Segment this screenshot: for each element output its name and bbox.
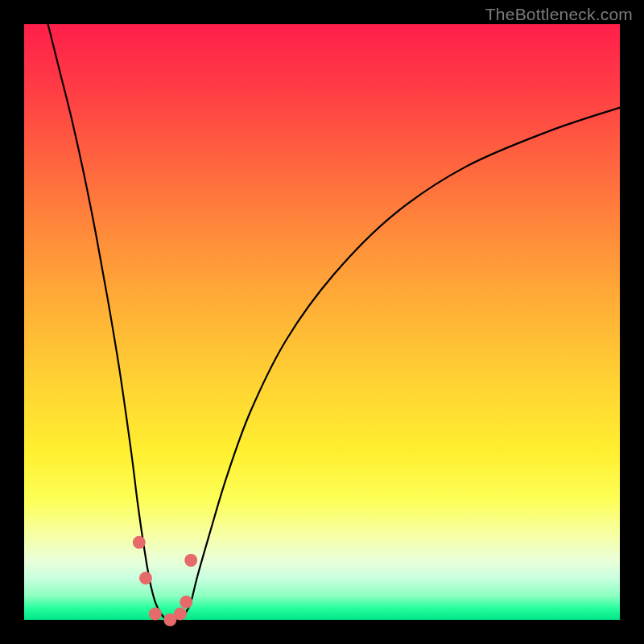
shoulder-marker — [180, 596, 192, 609]
chart-svg — [24, 24, 620, 620]
bottleneck-curve — [48, 24, 620, 621]
watermark-text: TheBottleneck.com — [485, 5, 633, 24]
chart-frame: TheBottleneck.com — [0, 0, 644, 644]
shoulder-marker — [149, 608, 162, 621]
shoulder-marker — [133, 536, 146, 549]
shoulder-marker — [139, 572, 152, 584]
shoulder-marker — [174, 608, 187, 621]
shoulder-markers — [133, 536, 197, 626]
chart-plot-area — [24, 24, 620, 620]
shoulder-marker — [184, 554, 197, 567]
